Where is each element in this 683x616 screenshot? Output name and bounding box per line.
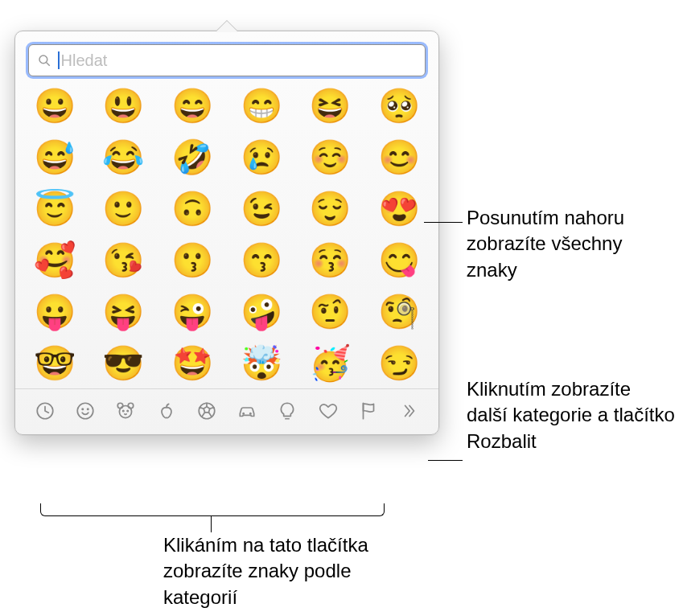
emoji[interactable]: 😂 [102,141,144,175]
emoji[interactable]: 🥺 [378,89,420,123]
category-smileys[interactable] [73,399,97,423]
emoji[interactable]: 🙂 [102,192,144,226]
emoji[interactable]: 😙 [241,244,282,277]
popup-arrow [216,21,238,32]
emoji[interactable]: 🤣 [171,141,213,175]
character-viewer-popup: Hledat 😀😃😄😁😆🥺😅😂🤣😢☺️😊😇🙂🙃😉😌😍🥰😘😗😙😚😋😛😝😜🤪🤨🧐🤓😎… [14,31,439,435]
svg-point-5 [88,409,88,409]
emoji[interactable]: 😛 [34,295,76,329]
car-icon [237,400,257,421]
emoji[interactable]: 🤪 [241,295,282,329]
callout-more-categories: Kliknutím zobrazíte další kategorie a tl… [467,376,676,454]
leader-line [428,460,463,461]
search-placeholder: Hledat [61,52,108,68]
emoji[interactable]: 😄 [171,89,213,123]
emoji[interactable]: 😀 [34,89,76,123]
category-bracket [40,503,385,516]
svg-point-9 [123,410,124,411]
category-recent[interactable] [33,399,57,423]
emoji[interactable]: 🧐 [378,295,420,329]
svg-marker-12 [204,407,210,413]
svg-line-17 [200,408,204,409]
leader-line [424,222,463,223]
search-input[interactable]: Hledat [28,44,426,76]
category-bar [15,388,438,434]
emoji[interactable]: 😉 [241,192,282,226]
category-travel[interactable] [235,399,259,423]
emoji[interactable]: 😚 [309,244,351,277]
svg-line-1 [46,62,49,65]
emoji[interactable]: 😗 [171,244,213,277]
emoji[interactable]: ☺️ [309,141,351,175]
svg-point-18 [243,413,244,414]
emoji[interactable]: 🥳 [309,347,351,380]
svg-line-14 [210,408,214,409]
emoji[interactable]: 😜 [171,295,213,329]
emoji[interactable]: 😏 [378,347,420,380]
svg-point-10 [127,410,128,411]
category-food[interactable] [154,399,179,423]
leader-line [211,516,212,532]
clock-icon [35,400,56,421]
emoji[interactable]: 😁 [241,89,282,123]
emoji[interactable]: 🤯 [241,347,282,380]
emoji[interactable]: 🥰 [34,244,76,277]
search-icon [37,53,51,68]
flag-icon [358,400,379,421]
smiley-icon [75,400,96,421]
text-caret [58,51,60,69]
category-objects[interactable] [275,399,299,423]
emoji[interactable]: 😆 [309,89,351,123]
svg-point-19 [250,413,251,414]
svg-point-4 [82,409,83,409]
callout-scroll-hint: Posunutím nahoru zobrazíte všechny znaky [467,205,668,283]
emoji[interactable]: 😘 [102,244,144,277]
emoji[interactable]: 😌 [309,192,351,226]
bulb-icon [277,400,298,421]
svg-line-16 [202,413,205,417]
heart-icon [318,400,339,421]
svg-point-0 [39,55,47,64]
svg-line-15 [208,413,212,417]
category-flags[interactable] [356,399,381,423]
emoji[interactable]: 🙃 [171,192,213,226]
emoji[interactable]: 😎 [102,347,144,380]
emoji[interactable]: 😇 [34,192,76,226]
category-animals[interactable] [113,399,138,423]
emoji-grid: 😀😃😄😁😆🥺😅😂🤣😢☺️😊😇🙂🙃😉😌😍🥰😘😗😙😚😋😛😝😜🤪🤨🧐🤓😎🤩🤯🥳😏 [15,84,438,388]
soccer-icon [196,400,217,421]
category-more[interactable] [397,399,421,423]
emoji[interactable]: 😋 [378,244,420,277]
more-icon [398,400,419,421]
emoji[interactable]: 😝 [102,295,144,329]
category-symbols[interactable] [316,399,340,423]
animal-icon [115,400,136,421]
emoji[interactable]: 😃 [102,89,144,123]
emoji[interactable]: 🤨 [309,295,351,329]
emoji[interactable]: 🤩 [171,347,213,380]
emoji[interactable]: 😅 [34,141,76,175]
category-activity[interactable] [195,399,219,423]
callout-category-buttons: Klikáním na tato tlačítka zobrazíte znak… [163,532,413,610]
svg-point-3 [77,403,93,419]
emoji[interactable]: 😢 [241,141,282,175]
apple-icon [156,400,177,421]
emoji[interactable]: 🤓 [34,347,76,380]
search-container: Hledat [15,31,438,84]
emoji[interactable]: 😊 [378,141,420,175]
emoji[interactable]: 😍 [378,192,420,226]
